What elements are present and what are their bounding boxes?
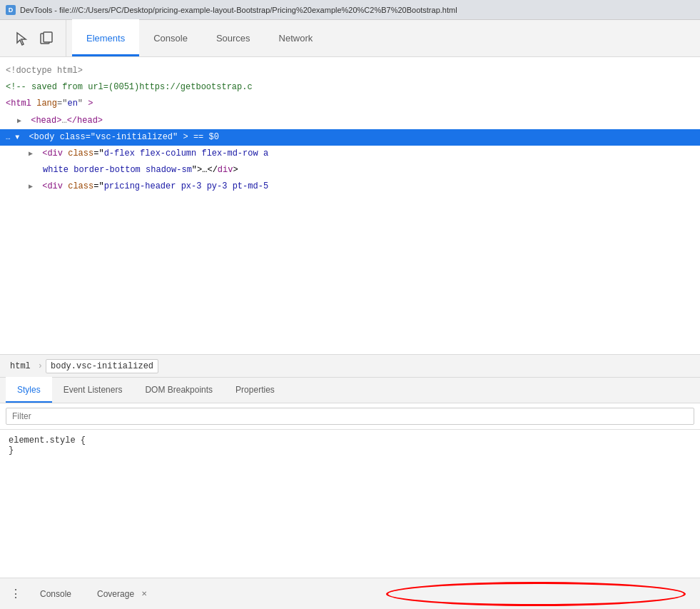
- breadcrumb: html › body.vsc-initialized: [0, 355, 700, 378]
- inspect-element-button[interactable]: [9, 26, 34, 51]
- element-style-text: element.style {: [9, 436, 86, 446]
- head-expand-arrow[interactable]: [17, 116, 26, 127]
- favicon-icon: D: [6, 5, 16, 15]
- elements-panel: <!doctype html> <!-- saved from url=(005…: [0, 57, 700, 355]
- red-oval-annotation: [386, 582, 686, 606]
- tab-event-listeners[interactable]: Event Listeners: [52, 377, 134, 403]
- tab-dom-breakpoints[interactable]: DOM Breakpoints: [133, 377, 224, 403]
- title-bar: D DevTools - file:///C:/Users/PC/Desktop…: [0, 0, 700, 20]
- bottom-bar: ⋮ Console Coverage ✕: [0, 578, 700, 609]
- devtools-panel: Elements Console Sources Network <!docty…: [0, 20, 700, 609]
- bottom-tab-coverage[interactable]: Coverage ✕: [86, 584, 161, 604]
- styles-panel: Styles Event Listeners DOM Breakpoints P…: [0, 378, 700, 578]
- device-toggle-button[interactable]: [34, 26, 60, 51]
- html-line-div1[interactable]: <div class="d-flex flex-column flex-md-r…: [0, 146, 700, 162]
- body-expand-arrow[interactable]: [15, 132, 24, 144]
- tab-console[interactable]: Console: [139, 19, 202, 56]
- html-line-div1-cont: white border-bottom shadow-sm">…</div>: [0, 162, 700, 178]
- element-style-closing: }: [9, 446, 14, 456]
- html-line-doctype: <!doctype html>: [0, 63, 700, 79]
- breadcrumb-html[interactable]: html: [6, 360, 35, 373]
- html-line-div2[interactable]: <div class="pricing-header px-3 py-3 pt-…: [0, 178, 700, 195]
- breadcrumb-body[interactable]: body.vsc-initialized: [46, 359, 158, 373]
- element-style-section: element.style { }: [0, 430, 700, 461]
- tab-network[interactable]: Network: [265, 19, 328, 56]
- window-title: DevTools - file:///C:/Users/PC/Desktop/p…: [20, 6, 457, 14]
- coverage-close-button[interactable]: ✕: [138, 588, 150, 599]
- svg-rect-2: [44, 32, 52, 42]
- html-line-body[interactable]: … <body class="vsc-initialized" > == $0: [0, 129, 700, 146]
- bottom-tab-console[interactable]: Console: [29, 584, 83, 604]
- div2-expand-arrow[interactable]: [29, 181, 37, 193]
- tab-styles[interactable]: Styles: [6, 377, 52, 403]
- html-line-html: <html lang="en" >: [0, 96, 700, 112]
- styles-tabs: Styles Event Listeners DOM Breakpoints P…: [0, 378, 700, 403]
- div1-expand-arrow[interactable]: [29, 149, 37, 160]
- more-options-button[interactable]: ⋮: [6, 584, 26, 604]
- cursor-icon: [14, 31, 29, 46]
- toolbar: Elements Console Sources Network: [0, 20, 700, 57]
- main-content: <!doctype html> <!-- saved from url=(005…: [0, 57, 700, 578]
- filter-bar: [0, 403, 700, 430]
- filter-input[interactable]: [6, 408, 694, 425]
- html-line-head[interactable]: <head>…</head>: [0, 113, 700, 129]
- tab-properties[interactable]: Properties: [224, 377, 286, 403]
- toolbar-icons: [3, 20, 66, 56]
- svg-marker-0: [17, 33, 26, 45]
- nav-tabs: Elements Console Sources Network: [66, 20, 327, 56]
- tab-sources[interactable]: Sources: [202, 19, 265, 56]
- device-icon: [39, 31, 55, 46]
- html-line-comment: <!-- saved from url=(0051)https://getboo…: [0, 79, 700, 96]
- tab-elements[interactable]: Elements: [72, 19, 139, 56]
